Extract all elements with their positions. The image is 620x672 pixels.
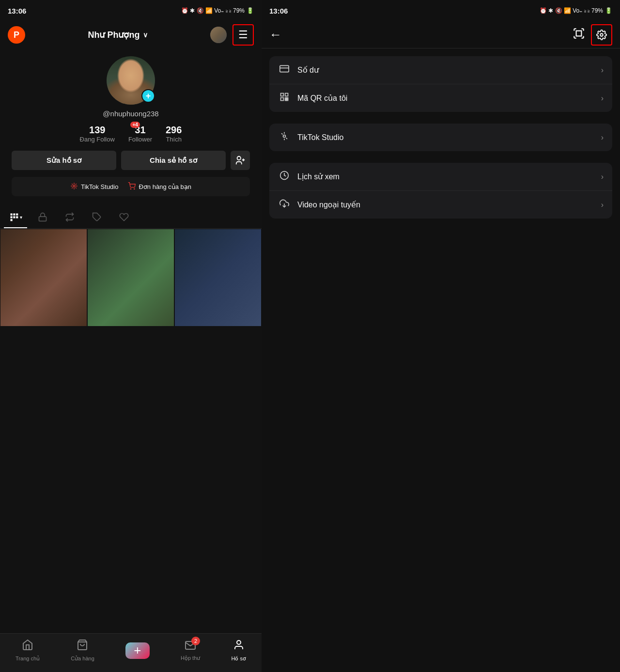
user-handle: @nhuphuong238 xyxy=(103,109,158,118)
menu-item-offline[interactable]: Video ngoại tuyến › xyxy=(269,191,612,219)
history-icon xyxy=(278,171,291,183)
chevron-down-icon: ∨ xyxy=(143,31,148,39)
avatar-small[interactable] xyxy=(210,27,227,43)
menu-item-history-text: Lịch sử xem xyxy=(297,172,601,181)
stat-following[interactable]: 139 Đang Follow xyxy=(80,125,115,143)
plus-icon: + xyxy=(134,643,141,658)
menu-item-history[interactable]: Lịch sử xem › xyxy=(269,163,612,191)
video-thumb-3[interactable] xyxy=(175,229,261,326)
menu-group-1: Số dư › Mã QR của tôi › xyxy=(269,56,612,112)
svg-rect-21 xyxy=(285,94,288,96)
nav-profile-label: Hồ sơ xyxy=(231,656,246,662)
right-panel: 13:06 ⏰ ✱ 🔇 📶 Vo₌ ᵢₗ ᵢₗ 79% 🔋 ← xyxy=(262,0,620,672)
menu-button[interactable]: ☰ xyxy=(232,24,254,46)
header-right: ☰ xyxy=(210,24,254,46)
nav-shop[interactable]: Cửa hàng xyxy=(71,639,94,662)
svg-rect-25 xyxy=(285,99,287,101)
studio-menu-icon xyxy=(278,131,291,143)
chevron-right-qr-icon: › xyxy=(601,94,604,103)
svg-rect-11 xyxy=(16,216,18,218)
tab-videos[interactable]: ▾ xyxy=(4,207,27,228)
chevron-right-icon: › xyxy=(601,66,604,75)
nav-inbox[interactable]: 2 Hộp thư xyxy=(181,640,200,661)
svg-rect-23 xyxy=(285,98,287,99)
promo-banner[interactable]: TikTok Studio Đơn hàng của bạn xyxy=(12,177,250,196)
scan-button[interactable] xyxy=(573,27,585,43)
tab-private[interactable] xyxy=(31,207,54,228)
menu-item-qr[interactable]: Mã QR của tôi › xyxy=(269,84,612,112)
order-label: Đơn hàng của bạn xyxy=(139,183,191,190)
left-panel: 13:06 ⏰ ✱ 🔇 📶 Vo₌ ᵢₗ ᵢₗ 79% 🔋 P Như Phượ… xyxy=(0,0,262,672)
order-promo[interactable]: Đơn hàng của bạn xyxy=(128,182,191,191)
back-button[interactable]: ← xyxy=(269,27,282,42)
create-button[interactable]: + xyxy=(125,642,150,659)
qr-icon xyxy=(278,92,291,104)
home-icon xyxy=(22,639,33,654)
wallet-icon xyxy=(278,64,291,76)
menu-section-1: Số dư › Mã QR của tôi › xyxy=(262,48,620,226)
video-thumb-2[interactable] xyxy=(88,229,174,326)
svg-point-5 xyxy=(134,188,135,189)
menu-item-qr-text: Mã QR của tôi xyxy=(297,94,601,103)
menu-item-balance-text: Số dư xyxy=(297,65,601,75)
svg-rect-24 xyxy=(287,99,288,101)
settings-button[interactable] xyxy=(591,24,612,46)
svg-rect-6 xyxy=(10,214,12,216)
offline-icon xyxy=(278,199,291,211)
tab-liked[interactable] xyxy=(112,207,136,228)
menu-item-studio[interactable]: TikTok Studio › xyxy=(269,124,612,151)
username-row[interactable]: Như Phượng ∨ xyxy=(88,30,148,40)
video-thumb-1[interactable] xyxy=(0,229,87,326)
tab-tagged[interactable] xyxy=(85,207,108,228)
avatar-container: + xyxy=(107,56,155,105)
tiktok-studio-promo[interactable]: TikTok Studio xyxy=(70,182,119,191)
svg-point-0 xyxy=(237,156,241,160)
chevron-right-offline-icon: › xyxy=(601,201,604,209)
svg-point-3 xyxy=(73,185,75,187)
svg-rect-26 xyxy=(287,98,288,99)
hamburger-icon: ☰ xyxy=(238,29,248,41)
time-left: 13:06 xyxy=(8,7,26,15)
nav-create[interactable]: + xyxy=(125,642,150,659)
edit-profile-button[interactable]: Sửa hồ sơ xyxy=(12,151,116,170)
svg-point-18 xyxy=(600,33,603,36)
following-label: Đang Follow xyxy=(80,136,115,143)
add-friend-button[interactable] xyxy=(231,151,250,170)
studio-label: TikTok Studio xyxy=(81,183,119,190)
svg-rect-10 xyxy=(13,216,15,218)
menu-group-2: TikTok Studio › xyxy=(269,124,612,151)
svg-rect-20 xyxy=(281,94,284,96)
stat-followers[interactable]: +4 31 Follower xyxy=(128,125,152,143)
username-text: Như Phượng xyxy=(88,30,140,40)
svg-rect-12 xyxy=(10,219,12,221)
menu-item-balance[interactable]: Số dư › xyxy=(269,56,612,84)
svg-rect-17 xyxy=(576,31,582,36)
tabs-row: ▾ xyxy=(0,207,262,229)
status-icons-left: ⏰ ✱ 🔇 📶 Vo₌ ᵢₗ ᵢₗ 79% 🔋 xyxy=(181,7,254,14)
tab-repost[interactable] xyxy=(58,207,81,228)
stat-likes[interactable]: 296 Thích xyxy=(166,125,182,143)
time-right: 13:06 xyxy=(269,7,288,15)
action-buttons: Sửa hồ sơ Chia sẻ hồ sơ xyxy=(8,151,254,170)
svg-point-16 xyxy=(237,641,241,644)
profile-icon xyxy=(233,639,245,654)
right-header-actions xyxy=(573,24,612,46)
profile-initial-badge: P xyxy=(8,26,25,44)
svg-rect-7 xyxy=(13,214,15,216)
video-grid xyxy=(0,229,262,633)
nav-home-label: Trang chủ xyxy=(16,656,40,662)
nav-home[interactable]: Trang chủ xyxy=(16,639,40,662)
nav-profile[interactable]: Hồ sơ xyxy=(231,639,246,662)
status-bar-left: 13:06 ⏰ ✱ 🔇 📶 Vo₌ ᵢₗ ᵢₗ 79% 🔋 xyxy=(0,0,262,21)
likes-count: 296 xyxy=(166,125,182,136)
svg-rect-22 xyxy=(281,98,284,101)
menu-item-studio-text: TikTok Studio xyxy=(297,133,601,142)
status-icons-right: ⏰ ✱ 🔇 📶 Vo₌ ᵢₗ ᵢₗ 79% 🔋 xyxy=(540,7,612,14)
stats-row: 139 Đang Follow +4 31 Follower 296 Thích xyxy=(80,125,182,143)
gear-icon xyxy=(596,30,607,40)
svg-rect-9 xyxy=(10,216,12,218)
nav-inbox-label: Hộp thư xyxy=(181,655,200,661)
bottom-nav: Trang chủ Cửa hàng + 2 xyxy=(0,633,262,672)
share-profile-button[interactable]: Chia sẻ hồ sơ xyxy=(121,151,226,170)
add-avatar-button[interactable]: + xyxy=(141,89,155,103)
